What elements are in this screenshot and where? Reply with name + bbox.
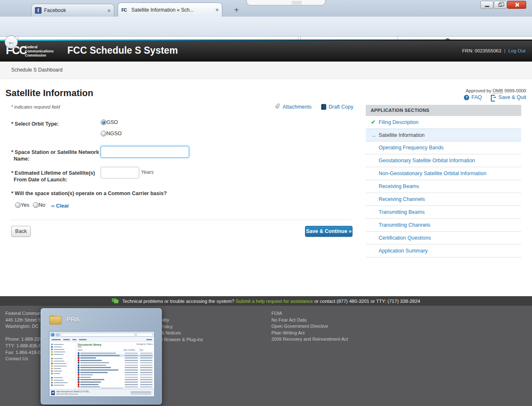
- save-continue-button[interactable]: Save & Continue »: [305, 226, 352, 237]
- arrange-by-control: Arrange by: Folder ▾: [136, 343, 153, 345]
- restore-button[interactable]: [494, 1, 507, 9]
- chat-icon: [112, 298, 118, 304]
- new-tab-button[interactable]: +: [231, 5, 242, 15]
- tab-title: Satellite Information « Sch...: [131, 7, 213, 13]
- sidebar-item-receiving-beams[interactable]: Receiving Beams: [366, 180, 521, 193]
- sidebar-item-receiving-channels[interactable]: Receiving Channels: [366, 193, 521, 206]
- tab-close-icon[interactable]: ×: [215, 7, 219, 13]
- orbit-ngso-option[interactable]: NGSO: [101, 131, 122, 136]
- explorer-toolbar: [49, 337, 154, 342]
- footer-gov-column: FOIA No Fear Act Data Open Government Di…: [271, 310, 348, 343]
- clear-link[interactable]: ‹‹ Clear: [51, 203, 69, 209]
- fcc-favicon-icon: FC: [121, 7, 129, 13]
- orbit-type-label: * Select Orbit Type:: [11, 121, 59, 127]
- library-subtitle: PRA: [78, 346, 101, 348]
- minimize-button[interactable]: [480, 1, 493, 9]
- help-text: Technical problems or trouble accessing …: [122, 299, 420, 304]
- sidebar-item-transmitting-channels[interactable]: Transmitting Channels: [366, 219, 521, 232]
- footer-link-no-fear[interactable]: No Fear Act Data: [271, 317, 348, 324]
- sidebar-item-filing-description[interactable]: ✔Filing Description: [366, 116, 521, 129]
- save-quit-link[interactable]: Save & Quit: [491, 94, 526, 100]
- back-form-button[interactable]: Back: [11, 226, 31, 237]
- explorer-back-icon: [51, 333, 54, 337]
- word-file-icon: W: [51, 391, 55, 395]
- attachments-link[interactable]: Attachments: [275, 104, 311, 110]
- required-note: * indicates required field: [11, 104, 60, 109]
- browser-titlebar: f Facebook × FC Satellite Information « …: [0, 0, 532, 17]
- sidebar-item-non-geostationary-orbital-info[interactable]: Non-Geostationary Satellite Orbital Info…: [366, 167, 521, 180]
- pra-window-titlebar: PRA: [49, 315, 79, 324]
- radio-yes[interactable]: [15, 202, 21, 208]
- sidebar-item-certification-questions[interactable]: Certification Questions: [366, 232, 521, 245]
- check-icon: ✔: [369, 116, 377, 129]
- lifetime-label: * Estimated Lifetime of Satellite(s) Fro…: [11, 170, 95, 183]
- pra-window-title: PRA: [66, 316, 79, 323]
- screen: f Facebook × FC Satellite Information « …: [0, 0, 532, 406]
- sidebar-item-satellite-information[interactable]: →Satellite Information: [366, 129, 521, 141]
- back-button[interactable]: ←: [5, 35, 18, 49]
- restore-icon: [498, 3, 502, 7]
- close-icon: [515, 2, 519, 7]
- background-window-edge: [246, 0, 325, 5]
- window-controls: [480, 1, 526, 9]
- footer-link-plain-writing[interactable]: Plain Writing Act: [271, 330, 348, 337]
- help-request-link[interactable]: Submit a help request for assistance: [236, 299, 313, 304]
- facebook-icon: f: [35, 7, 42, 14]
- orbit-gso-option[interactable]: GSO: [101, 119, 118, 125]
- sidebar-item-application-summary[interactable]: Application Summary: [366, 245, 521, 257]
- site-title: FCC Schedule S System: [67, 45, 178, 56]
- explorer-screenshot: Documents library PRA Arrange by: Folder…: [49, 331, 155, 397]
- current-arrow-icon: →: [369, 129, 377, 141]
- network-name-input[interactable]: [101, 146, 189, 158]
- document-icon: [321, 104, 326, 110]
- explorer-file-rows: [78, 352, 153, 387]
- site-header: FCC Federal Communications Commission FC…: [0, 41, 532, 62]
- library-title: Documents library: [78, 343, 101, 346]
- radio-gso[interactable]: [101, 119, 106, 125]
- page-title: Satellite Information: [5, 88, 93, 99]
- sidebar-item-transmitting-beams[interactable]: Transmitting Beams: [366, 206, 521, 219]
- faq-link[interactable]: ?FAQ: [464, 94, 482, 100]
- frn-label: FRN: 0023555063: [462, 48, 501, 53]
- paperclip-icon: [275, 104, 281, 110]
- common-carrier-yes[interactable]: Yes: [15, 202, 29, 208]
- fcc-logo-text: Federal Communications Commission: [25, 45, 54, 57]
- explorer-breadcrumb: [61, 333, 135, 337]
- application-sections-header: APPLICATION SECTIONS: [366, 105, 521, 116]
- explorer-status-bar: W New Instructions for Sched S 2-17-201.…: [49, 389, 154, 396]
- window-grip-handle: [292, 1, 302, 4]
- pra-overlay-window[interactable]: PRA Documents library PRA: [40, 308, 162, 405]
- tab-title: Facebook: [44, 7, 105, 13]
- draft-copy-link[interactable]: Draft Copy: [321, 104, 353, 110]
- explorer-forward-icon: [56, 333, 59, 337]
- explorer-folder-tree: [49, 342, 76, 389]
- tab-close-icon[interactable]: ×: [107, 7, 111, 14]
- close-button[interactable]: [507, 1, 526, 9]
- exit-icon: [491, 95, 496, 100]
- lifetime-input[interactable]: [101, 167, 139, 178]
- explorer-search-box: [136, 333, 153, 337]
- explorer-hscrollbar: [78, 387, 153, 389]
- footer-link-recovery-act[interactable]: 2009 Recovery and Reinvestment Act: [271, 336, 348, 343]
- logout-link[interactable]: Log Out: [508, 48, 525, 53]
- network-name-label: * Space Station or Satellite Network Nam…: [11, 149, 99, 162]
- browser-navbar: ← https://lmuat.fcc.gov/schedules/secure…: [0, 17, 532, 37]
- breadcrumb[interactable]: Schedule S Dashboard: [11, 67, 62, 73]
- footer-link-open-gov[interactable]: Open Government Directive: [271, 323, 348, 330]
- question-icon: ?: [464, 95, 469, 100]
- breadcrumb-bar: Schedule S Dashboard: [0, 62, 532, 79]
- explorer-address-bar: [49, 332, 154, 337]
- frn-area: FRN: 0023555063|Log Out: [462, 48, 525, 53]
- sidebar-item-operating-frequency-bands[interactable]: Operating Frequency Bands: [366, 141, 521, 154]
- radio-no[interactable]: [33, 202, 39, 208]
- sidebar-item-geostationary-orbital-info[interactable]: Geostationary Satellite Orbital Informat…: [366, 154, 521, 167]
- common-carrier-question: * Will the space station(s) operate on a…: [11, 190, 167, 197]
- help-bar: Technical problems or trouble accessing …: [0, 296, 532, 306]
- common-carrier-no[interactable]: No: [33, 202, 45, 208]
- radio-ngso[interactable]: [101, 131, 106, 136]
- tab-satellite-information[interactable]: FC Satellite Information « Sch... ×: [118, 2, 222, 17]
- status-file-info: New Instructions for Sched S 2-17-201...…: [57, 391, 90, 396]
- omb-approval: Approved by OMB 9999-0000: [466, 88, 526, 93]
- tab-facebook[interactable]: f Facebook ×: [31, 4, 114, 17]
- footer-link-foia[interactable]: FOIA: [271, 310, 348, 317]
